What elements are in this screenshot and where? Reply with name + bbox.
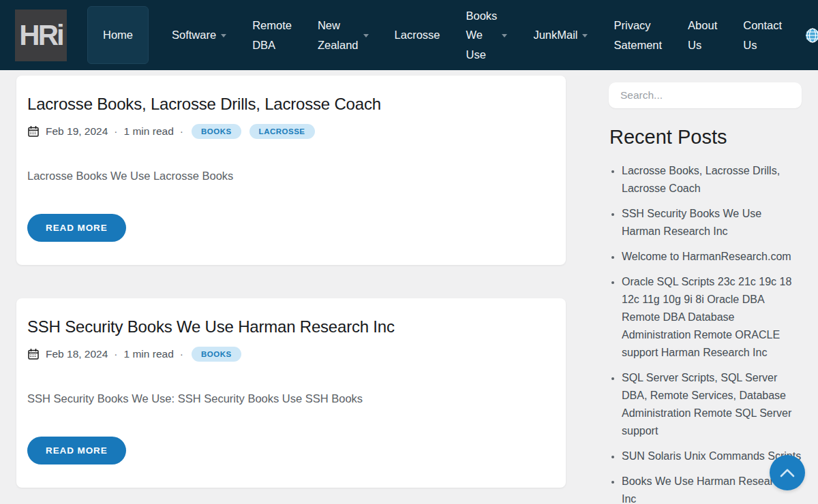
read-time: 1 min read xyxy=(124,348,174,360)
nav-label: Software xyxy=(172,25,216,44)
post-date: Feb 19, 2024 xyxy=(46,125,108,138)
read-more-button[interactable]: READ MORE xyxy=(27,437,126,464)
nav-item-contact-us[interactable]: Contact Us xyxy=(740,12,785,58)
site-logo[interactable]: HRi xyxy=(15,10,67,61)
calendar-icon xyxy=(27,125,40,138)
nav-item-home[interactable]: Home xyxy=(87,6,149,64)
nav-item-lacrosse[interactable]: Lacrosse xyxy=(392,21,443,48)
nav-label: Home xyxy=(103,25,133,44)
recent-post-link[interactable]: SQL Server Scripts, SQL Server DBA, Remo… xyxy=(622,369,802,440)
nav-icon-group xyxy=(805,25,818,46)
nav-label: Remote DBA xyxy=(252,16,292,54)
post-title-link[interactable]: Lacrosse Books, Lacrosse Drills, Lacross… xyxy=(27,95,555,114)
chevron-up-icon xyxy=(778,467,796,478)
post-meta: Feb 19, 2024 · 1 min read · BOOKS LACROS… xyxy=(27,124,555,139)
globe-icon[interactable] xyxy=(805,28,818,43)
meta-separator: · xyxy=(180,125,183,138)
main-area: Lacrosse Books, Lacrosse Drills, Lacross… xyxy=(0,70,818,504)
sidebar: Recent Posts Lacrosse Books, Lacrosse Dr… xyxy=(609,76,802,504)
nav-item-software[interactable]: Software xyxy=(169,21,229,48)
chevron-down-icon xyxy=(221,34,226,37)
search-input[interactable] xyxy=(609,82,802,108)
nav-label: Books We Use xyxy=(466,6,498,63)
nav-label: Contact Us xyxy=(743,16,782,54)
meta-separator: · xyxy=(114,348,117,360)
nav-label: Lacrosse xyxy=(395,25,440,44)
chevron-down-icon xyxy=(502,34,507,37)
post-date: Feb 18, 2024 xyxy=(46,348,108,360)
nav-item-remote-dba[interactable]: Remote DBA xyxy=(249,12,294,58)
nav-label: About Us xyxy=(688,16,717,54)
post-title-link[interactable]: SSH Security Books We Use Harman Researc… xyxy=(27,317,555,336)
nav-item-junkmail[interactable]: JunkMail xyxy=(530,21,590,48)
nav-item-privacy-statement[interactable]: Privacy Satement xyxy=(611,12,665,58)
nav-item-new-zealand[interactable]: New Zealand xyxy=(315,12,372,58)
meta-separator: · xyxy=(180,348,183,360)
post-card: Lacrosse Books, Lacrosse Drills, Lacross… xyxy=(16,76,566,265)
read-more-button[interactable]: READ MORE xyxy=(27,214,126,242)
chevron-down-icon xyxy=(582,34,588,37)
recent-post-link[interactable]: SSH Security Books We Use Harman Researc… xyxy=(622,205,802,240)
nav-label: New Zealand xyxy=(318,16,359,54)
recent-post-link[interactable]: Lacrosse Books, Lacrosse Drills, Lacross… xyxy=(622,162,802,198)
tag-badge-books[interactable]: BOOKS xyxy=(192,124,241,139)
meta-separator: · xyxy=(114,125,117,138)
nav-label: JunkMail xyxy=(533,25,577,44)
recent-post-link[interactable]: Oracle SQL Scripts 23c 21c 19c 18 12c 11… xyxy=(622,273,802,362)
scroll-to-top-button[interactable] xyxy=(770,455,805,490)
recent-post-link[interactable]: Welcome to HarmanResearch.com xyxy=(622,248,802,266)
read-time: 1 min read xyxy=(124,125,174,138)
posts-column: Lacrosse Books, Lacrosse Drills, Lacross… xyxy=(16,76,566,504)
post-excerpt: Lacrosse Books We Use Lacrosse Books xyxy=(27,170,555,183)
nav-item-about-us[interactable]: About Us xyxy=(685,12,720,58)
calendar-icon xyxy=(27,348,40,360)
top-navbar: HRi Home Software Remote DBA New Zealand… xyxy=(0,0,818,70)
nav-label: Privacy Satement xyxy=(614,16,662,54)
post-card: SSH Security Books We Use Harman Researc… xyxy=(16,298,566,488)
post-meta: Feb 18, 2024 · 1 min read · BOOKS xyxy=(27,347,555,362)
recent-posts-list: Lacrosse Books, Lacrosse Drills, Lacross… xyxy=(609,162,802,504)
tag-badge-lacrosse[interactable]: LACROSSE xyxy=(249,124,315,139)
post-excerpt: SSH Security Books We Use: SSH Security … xyxy=(27,392,555,405)
nav-item-books-we-use[interactable]: Books We Use xyxy=(464,2,511,67)
recent-posts-heading: Recent Posts xyxy=(609,126,802,148)
chevron-down-icon xyxy=(363,34,369,37)
tag-badge-books[interactable]: BOOKS xyxy=(192,347,241,362)
